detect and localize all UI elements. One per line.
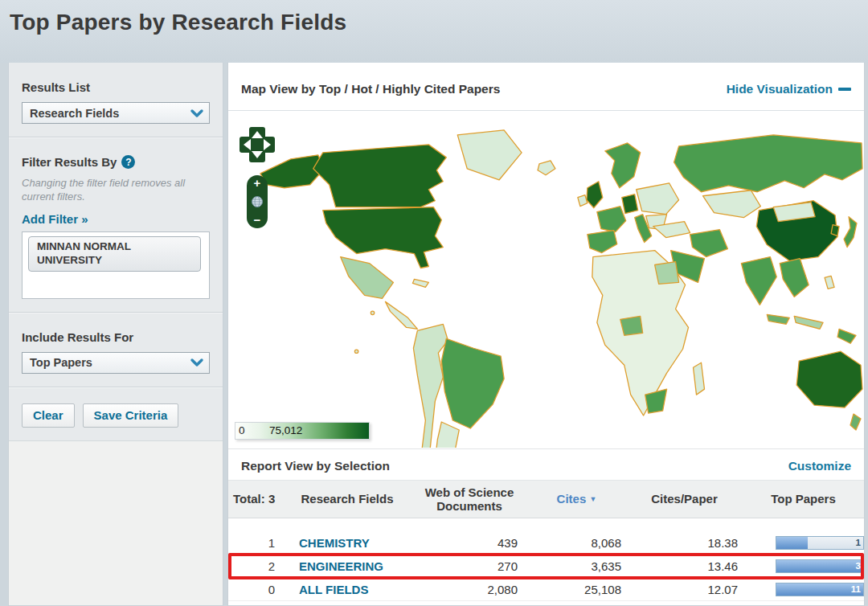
field-link-all-fields[interactable]: ALL FIELDS <box>299 583 368 596</box>
map-region-central-america[interactable] <box>386 301 418 329</box>
map-country-madagascar[interactable] <box>694 362 705 395</box>
results-list-label: Results List <box>22 80 210 94</box>
main-panel: Map View by Top / Hot / Highly Cited Pap… <box>227 63 865 606</box>
map-country-france[interactable] <box>597 207 626 232</box>
wos-docs-cell: 2,080 <box>411 583 527 596</box>
zoom-in-button[interactable]: + <box>254 178 261 189</box>
filter-note: Changing the filter field removes all cu… <box>22 177 210 204</box>
map-country-philippines[interactable] <box>825 276 834 289</box>
rank-cell: 0 <box>228 583 283 596</box>
hide-visualization-link[interactable]: Hide Visualization <box>727 82 851 96</box>
wos-docs-cell: 439 <box>411 536 527 550</box>
map-country-indonesia-west[interactable] <box>767 314 789 324</box>
save-criteria-button[interactable]: Save Criteria <box>83 403 179 428</box>
column-header-wos-documents: Web of Science Documents <box>411 485 527 514</box>
globe-icon[interactable] <box>251 195 264 208</box>
include-results-section: Include Results For Top Papers <box>9 312 223 387</box>
map-country-iceland[interactable] <box>538 161 555 175</box>
results-list-section: Results List Research Fields <box>9 63 223 137</box>
map-country-canada[interactable] <box>313 145 447 207</box>
map-region-scandinavia[interactable] <box>605 143 641 188</box>
question-mark-icon[interactable]: ? <box>121 155 135 169</box>
field-link-chemistry[interactable]: CHEMISTRY <box>299 536 370 550</box>
sidebar-filler <box>9 440 223 605</box>
filter-item-institution[interactable]: MINNAN NORMAL UNIVERSITY <box>28 236 201 272</box>
clear-button[interactable]: Clear <box>22 403 75 428</box>
column-header-cites-per-paper: Cites/Paper <box>626 492 743 506</box>
map-country-indonesia-east[interactable] <box>794 316 823 329</box>
filter-list-box[interactable]: MINNAN NORMAL UNIVERSITY <box>22 231 210 299</box>
rank-cell: 1 <box>228 536 283 550</box>
world-map-visualization[interactable]: + − 0 75,012 <box>228 111 864 448</box>
top-papers-value: 1 <box>856 538 861 547</box>
map-region-iberia[interactable] <box>588 231 617 253</box>
map-pan-pad[interactable] <box>238 125 276 164</box>
map-country-uk[interactable] <box>587 182 603 208</box>
cites-per-paper-cell: 18.38 <box>626 536 743 550</box>
map-country-mexico[interactable] <box>341 257 394 299</box>
map-country-kazakhstan[interactable] <box>702 190 760 218</box>
map-island-dot-2 <box>354 350 358 353</box>
table-header-row: Total: 3 Research Fields Web of Science … <box>228 480 864 518</box>
chevron-down-icon <box>190 357 204 368</box>
choropleth-world-map[interactable] <box>228 111 864 448</box>
table-row-chemistry: 1 CHEMISTRY 439 8,068 18.38 1 <box>228 531 864 555</box>
include-results-value: Top Papers <box>30 356 92 369</box>
map-country-cuba[interactable] <box>412 279 428 287</box>
top-papers-bar: 3 <box>776 559 864 573</box>
map-country-iran[interactable] <box>690 230 728 257</box>
report-view-title: Report View by Selection <box>241 459 390 473</box>
map-country-australia[interactable] <box>796 351 862 407</box>
map-island-dot-1 <box>371 311 374 314</box>
sidebar: Results List Research Fields Filter Resu… <box>8 63 223 606</box>
map-region-southeast-asia[interactable] <box>780 259 809 297</box>
top-papers-bar-fill <box>776 560 861 572</box>
map-country-india[interactable] <box>741 257 776 305</box>
map-country-nigeria[interactable] <box>620 316 643 335</box>
zoom-out-button[interactable]: − <box>254 215 261 226</box>
include-results-label: Include Results For <box>22 330 210 344</box>
map-country-ireland[interactable] <box>578 195 588 207</box>
customize-link[interactable]: Customize <box>788 459 851 473</box>
top-papers-value: 11 <box>851 584 861 594</box>
column-header-cites-sort[interactable]: Cites ▼ <box>527 492 626 506</box>
map-country-greenland[interactable] <box>457 130 522 180</box>
cites-cell: 8,068 <box>527 536 626 550</box>
wos-docs-cell: 270 <box>411 559 527 573</box>
results-list-dropdown[interactable]: Research Fields <box>22 102 210 124</box>
top-papers-bar: 1 <box>776 536 864 550</box>
map-view-header: Map View by Top / Hot / Highly Cited Pap… <box>228 63 864 111</box>
top-papers-bar-fill <box>776 583 863 596</box>
map-country-germany[interactable] <box>622 194 638 214</box>
filter-label: Filter Results By ? <box>22 155 210 169</box>
filter-section: Filter Results By ? Changing the filter … <box>9 137 223 312</box>
map-country-japan[interactable] <box>844 217 857 248</box>
map-country-brazil[interactable] <box>441 338 504 428</box>
criteria-actions-section: Clear Save Criteria <box>9 387 223 440</box>
map-country-egypt[interactable] <box>655 262 679 285</box>
column-header-research-fields: Research Fields <box>283 492 411 506</box>
top-papers-bar-fill <box>776 537 808 549</box>
map-zoom-control: + − <box>247 175 268 228</box>
column-header-top-papers: Top Papers <box>743 492 864 506</box>
chevron-down-icon <box>190 108 204 119</box>
map-country-papua-new-guinea[interactable] <box>837 329 856 343</box>
map-country-new-zealand[interactable] <box>850 414 861 430</box>
include-results-dropdown[interactable]: Top Papers <box>22 352 210 374</box>
top-papers-bar: 11 <box>776 583 864 596</box>
total-count-label: Total: 3 <box>228 492 283 506</box>
add-filter-link[interactable]: Add Filter » <box>22 212 88 226</box>
field-link-engineering[interactable]: ENGINEERING <box>299 559 383 573</box>
table-body: 1 CHEMISTRY 439 8,068 18.38 1 2 ENGINEER… <box>228 518 864 601</box>
top-papers-value: 3 <box>856 561 861 571</box>
map-region-eastern-europe[interactable] <box>637 183 679 215</box>
map-country-russia[interactable] <box>674 135 862 192</box>
report-section: Report View by Selection Customize Total… <box>228 448 864 605</box>
results-list-value: Research Fields <box>30 107 119 120</box>
map-country-argentina[interactable] <box>434 422 459 448</box>
map-view-title: Map View by Top / Hot / Highly Cited Pap… <box>241 82 500 96</box>
legend-max-value: 75,012 <box>269 424 302 436</box>
map-country-south-korea[interactable] <box>831 225 839 236</box>
rank-cell: 2 <box>228 559 283 573</box>
report-view-header: Report View by Selection Customize <box>228 449 864 480</box>
